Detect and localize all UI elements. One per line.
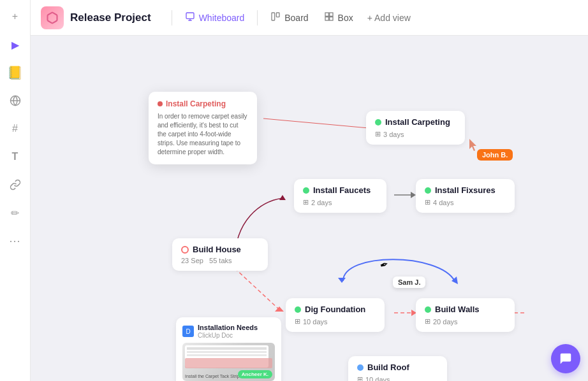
install-carpeting-title: Install Carpeting <box>375 117 456 127</box>
tab-whiteboard-label: Whiteboard <box>199 13 245 23</box>
svg-marker-11 <box>411 192 416 198</box>
svg-rect-4 <box>325 13 328 16</box>
svg-rect-2 <box>272 13 275 20</box>
svg-marker-18 <box>338 278 346 283</box>
sidebar-icon-note[interactable]: 📒 <box>6 64 24 82</box>
dig-foundation-task[interactable]: Dig Foundation ⊞ 10 days <box>286 298 385 332</box>
box-icon <box>324 11 334 24</box>
sidebar: + ▶ 📒 # T ✏ ··· <box>0 0 31 381</box>
sam-badge: Sam J. <box>393 277 425 288</box>
install-faucets-title: Install Faucets <box>303 185 378 195</box>
roof-duration-icon: ⊞ <box>357 375 363 381</box>
build-walls-task[interactable]: Build Walls ⊞ 20 days <box>416 298 515 332</box>
build-walls-title: Build Walls <box>425 305 506 314</box>
sidebar-icon-link[interactable] <box>6 176 24 194</box>
svg-rect-3 <box>277 13 280 17</box>
install-carpeting-task[interactable]: Install Carpeting ⊞ 3 days <box>366 111 465 145</box>
svg-marker-9 <box>279 195 286 200</box>
dig-foundation-title: Dig Foundation <box>295 305 376 314</box>
install-faucets-task[interactable]: Install Faucets ⊞ 2 days <box>294 179 386 213</box>
duration-icon: ⊞ <box>375 130 381 138</box>
tab-whiteboard[interactable]: Whiteboard <box>177 8 253 27</box>
svg-rect-7 <box>329 17 332 20</box>
add-view-button[interactable]: + Add view <box>361 9 417 27</box>
build-walls-meta: ⊞ 20 days <box>425 317 506 326</box>
task-dot-faucets <box>303 187 309 194</box>
task-dot-roof <box>357 364 364 371</box>
canvas[interactable]: Install Carpeting In order to remove car… <box>31 36 588 381</box>
tab-board[interactable]: Board <box>263 8 316 27</box>
task-dot-dig <box>295 306 301 313</box>
installation-needs-doc[interactable]: D Installation Needs ClickUp Doc Install… <box>176 317 281 381</box>
install-fixtures-task[interactable]: Install Fixsures ⊞ 4 days <box>416 179 515 213</box>
popup-dot <box>158 101 163 106</box>
sidebar-icon-play[interactable]: ▶ <box>6 36 24 54</box>
build-roof-title: Build Roof <box>357 363 438 372</box>
sidebar-icon-text[interactable]: T <box>6 148 24 166</box>
task-dot-walls <box>425 306 431 313</box>
install-fixtures-meta: ⊞ 4 days <box>425 198 506 206</box>
board-icon <box>270 11 281 24</box>
header-divider-2 <box>257 10 258 25</box>
anchor-badge: Ancheer K. <box>238 370 272 378</box>
john-badge: John B. <box>477 149 513 161</box>
header: Release Project Whiteboard Board Box + A… <box>31 0 588 36</box>
tab-box-label: Box <box>338 13 353 23</box>
doc-icon: D <box>182 326 194 337</box>
faucets-duration-icon: ⊞ <box>303 198 309 206</box>
doc-image-text: Install the Carpet Tack Strips <box>185 374 242 378</box>
fixtures-duration-icon: ⊞ <box>425 198 430 206</box>
build-roof-meta: ⊞ 10 days <box>357 375 438 381</box>
tab-board-label: Board <box>284 13 308 23</box>
svg-rect-1 <box>186 13 194 18</box>
sidebar-icon-hash[interactable]: # <box>6 120 24 138</box>
build-roof-task[interactable]: Build Roof ⊞ 10 days <box>348 356 447 381</box>
sidebar-icon-globe[interactable] <box>6 92 24 110</box>
svg-line-8 <box>263 119 369 128</box>
build-house-meta: 23 Sep 55 taks <box>181 257 259 264</box>
sidebar-icon-more[interactable]: ··· <box>6 232 24 250</box>
task-dot-fixtures <box>425 187 431 194</box>
doc-image: Install the Carpet Tack Strips Ancheer K… <box>182 343 275 381</box>
whiteboard-icon <box>185 11 195 24</box>
sidebar-icon-plus[interactable]: + <box>6 8 24 25</box>
sidebar-icon-pencil[interactable]: ✏ <box>6 204 24 222</box>
svg-marker-17 <box>452 277 458 284</box>
add-view-label: + Add view <box>367 13 411 23</box>
dig-foundation-meta: ⊞ 10 days <box>295 317 376 326</box>
project-title: Release Project <box>70 11 151 24</box>
doc-header: D Installation Needs ClickUp Doc <box>182 324 275 339</box>
pen-tool-icon: ✒ <box>378 257 390 271</box>
install-carpeting-meta: ⊞ 3 days <box>375 130 456 138</box>
popup-body: In order to remove carpet easily and eff… <box>158 112 248 157</box>
chat-button[interactable] <box>551 344 580 373</box>
build-house-title: Build House <box>181 245 259 254</box>
doc-title: Installation Needs <box>198 324 258 331</box>
popup-title: Install Carpeting <box>158 99 248 108</box>
tab-box[interactable]: Box <box>316 8 361 27</box>
install-fixtures-title: Install Fixsures <box>425 185 506 195</box>
install-carpeting-popup[interactable]: Install Carpeting In order to remove car… <box>149 92 257 164</box>
dig-duration-icon: ⊞ <box>295 317 300 326</box>
task-dot-green <box>375 119 381 126</box>
build-house-dot <box>181 246 189 254</box>
svg-rect-5 <box>329 13 332 16</box>
walls-duration-icon: ⊞ <box>425 317 430 326</box>
project-logo <box>41 6 64 29</box>
svg-marker-13 <box>275 306 284 312</box>
install-faucets-meta: ⊞ 2 days <box>303 198 378 206</box>
doc-subtitle: ClickUp Doc <box>198 332 258 339</box>
main-area: Release Project Whiteboard Board Box + A… <box>31 0 588 381</box>
svg-rect-6 <box>325 17 328 20</box>
build-house-node[interactable]: Build House 23 Sep 55 taks <box>172 238 268 271</box>
header-divider <box>172 10 172 25</box>
svg-line-12 <box>235 268 279 310</box>
